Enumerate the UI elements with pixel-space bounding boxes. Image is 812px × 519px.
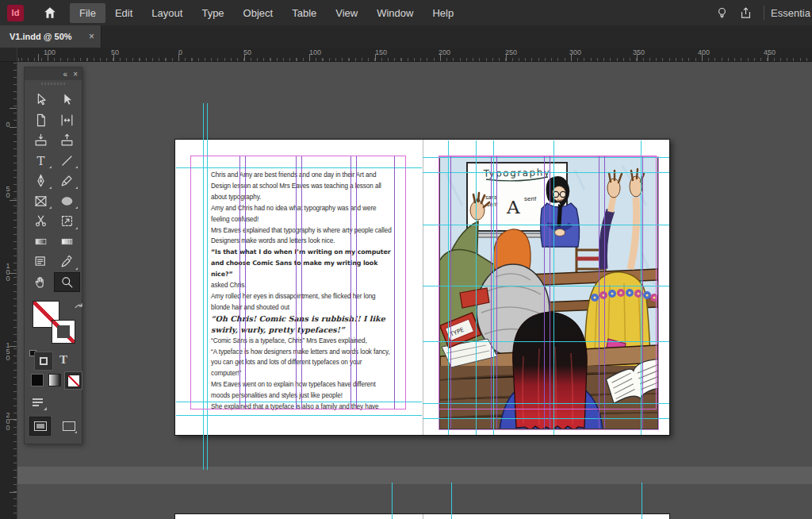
svg-text:sans: sans [485, 194, 497, 200]
pencil-tool[interactable] [54, 171, 80, 191]
eyedropper-tool[interactable] [54, 252, 80, 272]
gradient-feather-tool[interactable] [54, 232, 80, 252]
scissors-tool[interactable] [28, 211, 54, 232]
formatting-affects-container-button[interactable] [34, 352, 53, 371]
zoom-tool[interactable] [54, 272, 80, 293]
hruler-label: 450 [764, 48, 776, 56]
menu-edit[interactable]: Edit [105, 3, 142, 23]
menu-window[interactable]: Window [367, 3, 423, 23]
frame-tool[interactable] [28, 191, 54, 212]
apply-color-button[interactable] [31, 374, 44, 386]
lightbulb-icon[interactable] [710, 1, 733, 25]
story-paragraph: Amy rolled her eyes in dissapointment, s… [211, 291, 393, 313]
document-tab-title: V1.indd @ 50% [10, 32, 72, 41]
tools-panel: « × T T [24, 67, 82, 444]
tool-grid: T [28, 90, 80, 292]
story-text-frame[interactable]: Chris and Amy are best friends and one d… [211, 170, 393, 413]
vruler-label: 100 [4, 262, 12, 281]
hruler-label: 250 [505, 48, 517, 56]
hruler-label: 0 [178, 48, 182, 56]
vruler-label: 0 [4, 121, 12, 127]
formatting-affects-text-button[interactable]: T [59, 353, 67, 367]
story-paragraph: She explained that a typeface is also a … [211, 402, 393, 413]
indesign-app: Id FileEditLayoutTypeObjectTableViewWind… [0, 0, 812, 519]
notes-tool[interactable] [28, 252, 54, 272]
story-paragraph: “Oh Chris! Comic Sans is rubbish!! I lik… [211, 313, 393, 336]
story-paragraph: “A typeface is how designers make letter… [211, 347, 393, 380]
hruler-label: 100 [44, 48, 56, 56]
menu-view[interactable]: View [326, 3, 367, 23]
ruler-origin-corner[interactable] [0, 48, 17, 62]
content-collector-tool[interactable] [28, 130, 54, 151]
pen-tool[interactable] [28, 171, 54, 191]
gap-tool[interactable] [54, 110, 80, 131]
menu-help[interactable]: Help [423, 3, 463, 23]
hruler-label: 300 [569, 48, 581, 56]
story-paragraph: Chris and Amy are best friends and one d… [211, 170, 393, 203]
type-tool[interactable]: T [28, 151, 54, 171]
document-tab[interactable]: V1.indd @ 50% × [0, 25, 102, 48]
next-spread-edge[interactable] [174, 513, 670, 519]
story-paragraph: “Is that what I do when I’m writing on m… [211, 247, 393, 280]
tab-bar: V1.indd @ 50% × [0, 25, 812, 48]
vruler-label: 200 [4, 411, 12, 430]
free-transform-tool[interactable] [54, 211, 80, 232]
direct-selection-tool[interactable] [54, 90, 80, 110]
menu-file[interactable]: File [70, 3, 105, 23]
hruler-label: 150 [375, 48, 387, 56]
tab-close-icon[interactable]: × [89, 31, 94, 42]
page-tool[interactable] [28, 110, 54, 131]
view-options-icon[interactable] [33, 398, 47, 410]
menu-table[interactable]: Table [282, 3, 326, 23]
vruler-label: 50 [4, 185, 12, 198]
horizontal-ruler[interactable]: 10050050100150200250300350400450 [17, 48, 812, 62]
apply-gradient-button[interactable] [48, 374, 61, 386]
hand-tool[interactable] [28, 272, 54, 293]
svg-text:Typography: Typography [482, 167, 550, 179]
story-paragraph: Amy and Chris had no idea what typograph… [211, 203, 393, 225]
home-icon[interactable] [41, 4, 59, 21]
menu-type[interactable]: Type [192, 3, 233, 23]
hruler-label: 400 [698, 48, 710, 56]
hruler-label: 350 [633, 48, 645, 56]
hruler-label: 50 [243, 48, 251, 56]
panel-collapse-icon[interactable]: « [63, 70, 68, 79]
svg-text:serif: serif [524, 195, 537, 202]
menubar-separator [764, 6, 764, 20]
menu-object[interactable]: Object [234, 3, 283, 23]
stroke-swatch-none[interactable] [52, 320, 75, 344]
menu-layout[interactable]: Layout [142, 3, 192, 23]
screen-mode-normal-button[interactable] [29, 417, 51, 436]
spread-gap-band [0, 467, 812, 484]
story-paragraph: asked Chris. [211, 280, 393, 291]
panel-close-icon[interactable]: × [73, 70, 78, 79]
hruler-label: 50 [111, 48, 119, 56]
workspace-switcher[interactable]: Essentia [771, 7, 812, 19]
classroom-illustration[interactable]: Typography A sans serif A serif [439, 157, 658, 429]
apply-none-button[interactable] [64, 371, 82, 390]
svg-text:A: A [506, 197, 520, 217]
menubar-right: Essentia [710, 0, 812, 25]
vruler-label: 150 [4, 341, 12, 360]
selection-tool[interactable] [28, 90, 54, 110]
indesign-logo[interactable]: Id [7, 5, 24, 21]
hruler-label: 100 [309, 48, 321, 56]
screen-mode-preview-button[interactable] [58, 417, 79, 436]
svg-text:T: T [36, 154, 44, 168]
formatting-row: T [29, 352, 79, 372]
vertical-ruler[interactable]: 050100150200 [0, 62, 17, 519]
gradient-tool[interactable] [28, 232, 54, 252]
swap-fill-stroke-icon[interactable] [74, 300, 83, 314]
share-icon[interactable] [733, 1, 757, 25]
menubar: Id FileEditLayoutTypeObjectTableViewWind… [0, 0, 812, 25]
story-paragraph: Mrs Eaves explained that typography is w… [211, 225, 393, 248]
menu-items: FileEditLayoutTypeObjectTableViewWindowH… [70, 0, 463, 25]
page-seam [423, 140, 423, 435]
document-spread[interactable]: Chris and Amy are best friends and one d… [174, 139, 670, 436]
hruler-label: 200 [439, 48, 450, 56]
story-paragraph: Mrs Eaves went on to explain how typefac… [211, 379, 393, 402]
ellipse-tool[interactable] [54, 191, 80, 212]
content-placer-tool[interactable] [54, 130, 80, 151]
panel-drag-grip[interactable] [25, 80, 82, 86]
line-tool[interactable] [54, 151, 80, 171]
